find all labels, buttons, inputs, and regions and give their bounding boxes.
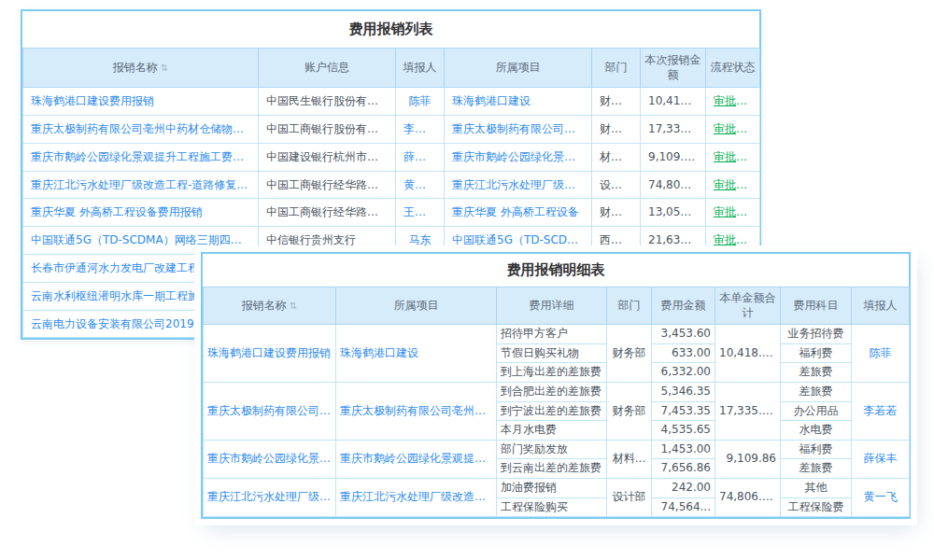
table-row: 重庆市鹅岭公园绿化景观提升工程施工费用报销 中国建设银行杭州市上... 薛保丰 … [23,143,760,171]
col-header-name-label: 报销名称 [113,61,158,74]
status-link[interactable]: 审批通过 [706,115,760,143]
status-link[interactable]: 审批通过 [706,88,760,116]
total-amount-cell: 9,109.86 [715,440,781,478]
filler-link[interactable]: 李若若 [396,115,445,143]
reimbursement-name-link[interactable]: 重庆华夏 外高桥工程设备费用报销 [23,199,259,227]
project-link[interactable]: 重庆太极制药有限公司亳州中... [445,115,592,143]
col-header-category: 费用科目 [781,287,852,325]
account-cell: 中国民生银行股份有限... [259,88,396,116]
sort-icon[interactable]: ⇅ [161,62,168,74]
detail-name-link[interactable]: 珠海鹤港口建设费用报销 [204,325,336,383]
expense-detail-table: 报销名称⇅ 所属项目 费用详细 部门 费用金额 本单金额合计 费用科目 填报人 … [203,287,910,517]
expense-amount-cell: 7,453.35 [652,401,715,421]
detail-project-link[interactable]: 重庆江北污水处理厂级改造工程-道路修复工... [336,478,497,516]
category-cell: 差旅费 [781,363,852,383]
table-row: 重庆华夏 外高桥工程设备费用报销 中国工商银行经华路支行 王可可 重庆华夏 外高… [23,199,760,227]
dept-cell: 财务部 [592,115,641,143]
expense-detail-cell: 工程保险购买 [497,497,607,517]
dept-cell: 西安项目部 [592,227,641,255]
amount-cell: 13,058.45 [641,199,706,227]
expense-detail-title: 费用报销明细表 [203,254,909,287]
category-cell: 办公用品 [781,401,852,421]
total-amount-cell: 10,418.60 [715,325,781,383]
amount-cell: 10,418.60 [641,88,706,116]
col-header-dept: 部门 [607,287,652,325]
expense-detail-cell: 到宁波出差的差旅费 [497,401,607,421]
detail-project-link[interactable]: 珠海鹤港口建设 [336,325,497,383]
filler-link[interactable]: 陈菲 [396,88,445,116]
detail-row: 珠海鹤港口建设费用报销 珠海鹤港口建设 招待甲方客户 财务部 3,453.60 … [204,325,910,344]
status-link[interactable]: 审批通过 [706,199,760,227]
col-header-name-label: 报销名称 [242,299,287,312]
category-cell: 福利费 [781,440,852,459]
reimbursement-name-link[interactable]: 重庆市鹅岭公园绿化景观提升工程施工费用报销 [23,143,259,171]
expense-detail-cell: 招待甲方客户 [497,325,607,344]
project-link[interactable]: 中国联通5G（TD-SCDMA）网... [445,227,592,255]
project-link[interactable]: 重庆华夏 外高桥工程设备 [445,199,592,227]
filler-link[interactable]: 陈菲 [852,325,910,383]
filler-link[interactable]: 王可可 [396,199,445,227]
status-link[interactable]: 审批通过 [706,227,760,255]
project-link[interactable]: 重庆江北污水处理厂级改造工... [445,171,592,199]
col-header-amount: 费用金额 [652,287,715,325]
reimbursement-name-link[interactable]: 重庆太极制药有限公司亳州中药材仓储物流基地项... [23,115,259,143]
detail-project-link[interactable]: 重庆太极制药有限公司亳州中药材仓储物流 [336,382,497,440]
detail-name-link[interactable]: 重庆太极制药有限公司亳州中药... [204,382,336,440]
reimbursement-name-link[interactable]: 中国联通5G（TD-SCDMA）网络三期四川工程费... [23,227,259,255]
detail-project-link[interactable]: 重庆市鹅岭公园绿化景观提升工程施工 [336,440,497,478]
amount-cell: 9,109.86 [641,143,706,171]
expense-detail-cell: 到合肥出差的差旅费 [497,382,607,401]
expense-detail-cell: 节假日购买礼物 [497,343,607,363]
amount-cell: 17,335.35 [641,115,706,143]
col-header-total: 本单金额合计 [715,287,781,325]
filler-link[interactable]: 黄一飞 [852,478,910,516]
expense-amount-cell: 1,453.00 [652,440,715,459]
category-cell: 福利费 [781,343,852,363]
amount-cell: 21,633.00 [641,227,706,255]
expense-detail-cell: 部门奖励发放 [497,440,607,459]
expense-detail-panel: 费用报销明细表 报销名称⇅ 所属项目 费用详细 部门 费用金额 本单金额合计 费… [201,252,911,519]
col-header-amount: 本次报销金额 [641,49,706,88]
sort-icon[interactable]: ⇅ [290,300,297,312]
account-cell: 中国工商银行经华路支行 [259,171,396,199]
category-cell: 差旅费 [781,459,852,479]
dept-cell: 财务部 [607,382,652,440]
detail-name-link[interactable]: 重庆市鹅岭公园绿化景观提升工... [204,440,336,478]
dept-cell: 材料... [607,440,652,478]
expense-amount-cell: 6,332.00 [652,363,715,383]
status-link[interactable]: 审批通过 [706,143,760,171]
table-row: 重庆太极制药有限公司亳州中药材仓储物流基地项... 中国工商银行股份有限... … [23,115,760,143]
expense-amount-cell: 5,346.35 [652,382,715,401]
reimbursement-name-link[interactable]: 重庆江北污水处理厂级改造工程-道路修复工程费用... [23,171,259,199]
expense-amount-cell: 242.00 [652,478,715,497]
expense-detail-cell: 到云南出差的差旅费 [497,459,607,479]
category-cell: 水电费 [781,421,852,441]
detail-name-link[interactable]: 重庆江北污水处理厂级改造工程-... [204,478,336,516]
col-header-name[interactable]: 报销名称⇅ [204,287,336,325]
reimbursement-name-link[interactable]: 珠海鹤港口建设费用报销 [23,88,259,116]
filler-link[interactable]: 马东 [396,227,445,255]
filler-link[interactable]: 李若若 [852,382,910,440]
total-amount-cell: 17,335.35 [715,382,781,440]
expense-amount-cell: 74,564... [652,497,715,517]
status-link[interactable]: 审批通过 [706,171,760,199]
table-row: 中国联通5G（TD-SCDMA）网络三期四川工程费... 中信银行贵州支行 马东… [23,227,760,255]
detail-header-row: 报销名称⇅ 所属项目 费用详细 部门 费用金额 本单金额合计 费用科目 填报人 [204,287,910,325]
amount-cell: 74,806.00 [641,171,706,199]
expense-amount-cell: 4,535.65 [652,421,715,441]
filler-link[interactable]: 黄一飞 [396,171,445,199]
project-link[interactable]: 珠海鹤港口建设 [445,88,592,116]
col-header-dept: 部门 [592,49,641,88]
col-header-name[interactable]: 报销名称⇅ [23,49,259,88]
total-amount-cell: 74,806.00 [715,478,781,516]
dept-cell: 财务部 [592,88,641,116]
detail-row: 重庆江北污水处理厂级改造工程-... 重庆江北污水处理厂级改造工程-道路修复工.… [204,478,910,497]
detail-row: 重庆太极制药有限公司亳州中药... 重庆太极制药有限公司亳州中药材仓储物流 到合… [204,382,910,401]
dept-cell: 设计部 [607,478,652,516]
dept-cell: 设计部 [592,171,641,199]
filler-link[interactable]: 薛保丰 [852,440,910,478]
col-header-project: 所属项目 [445,49,592,88]
project-link[interactable]: 重庆市鹅岭公园绿化景观提升... [445,143,592,171]
category-cell: 差旅费 [781,382,852,401]
filler-link[interactable]: 薛保丰 [396,143,445,171]
